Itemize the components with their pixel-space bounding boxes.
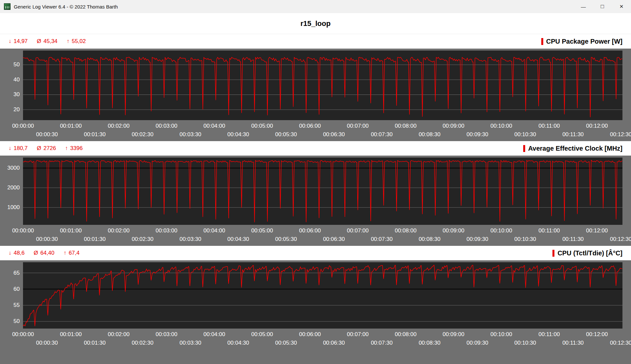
- x-axis-label: 00:03:00: [156, 227, 177, 234]
- x-axis-label: 00:00:00: [12, 227, 34, 234]
- x-axis-label: 00:00:00: [12, 331, 34, 338]
- x-axis-label: 00:06:30: [323, 340, 345, 346]
- chart-canvas-cpu-package-power[interactable]: 2030405000:00:0000:01:0000:02:0000:03:00…: [0, 49, 631, 141]
- x-axis-label: 00:04:30: [227, 236, 249, 243]
- x-axis-label: 00:07:30: [371, 131, 392, 138]
- x-axis-label: 00:09:30: [467, 340, 488, 346]
- chart-title: CPU (Tctl/Tdie) [Â°C]: [552, 249, 622, 257]
- minimize-button[interactable]: —: [574, 0, 593, 13]
- minimize-icon: —: [581, 4, 586, 10]
- stat-avg-value: 45,34: [43, 38, 58, 45]
- x-axis-label: 00:11:30: [562, 236, 584, 243]
- plot-area[interactable]: [23, 262, 622, 329]
- x-axis-label: 00:11:30: [562, 340, 584, 346]
- x-axis-label: 00:01:30: [84, 340, 105, 346]
- stat-min-value: 48,6: [14, 250, 25, 256]
- x-axis-label: 00:05:30: [275, 340, 297, 346]
- max-arrow-icon: ↑: [63, 250, 66, 256]
- stat-avg: Ø 2726: [37, 145, 56, 152]
- chart-title-text: CPU Package Power [W]: [546, 38, 622, 45]
- stat-max: ↑ 55,02: [67, 38, 86, 45]
- x-axis-label: 00:09:00: [443, 227, 464, 234]
- x-axis-label: 00:08:00: [395, 331, 416, 338]
- x-axis-label: 00:04:00: [203, 123, 225, 129]
- series-color-marker: [523, 145, 525, 152]
- x-axis-label: 00:06:00: [299, 331, 321, 338]
- x-axis: 00:00:0000:01:0000:02:0000:03:0000:04:00…: [23, 227, 622, 245]
- x-axis-label: 00:10:00: [490, 331, 512, 338]
- chart-canvas-effective-clock[interactable]: 10002000300000:00:0000:01:0000:02:0000:0…: [0, 156, 631, 246]
- x-axis-label: 00:01:30: [84, 131, 105, 138]
- x-axis-label: 00:03:30: [179, 236, 201, 243]
- plot-area[interactable]: [23, 51, 622, 120]
- min-arrow-icon: ↓: [9, 38, 12, 45]
- stat-avg: Ø 64,40: [34, 250, 55, 256]
- x-axis-label: 00:12:00: [586, 227, 608, 234]
- stats-row: ↓ 14,97 Ø 45,34 ↑ 55,02 CPU Package Powe…: [0, 34, 631, 49]
- chart-section-effective-clock: ↓ 180,7 Ø 2726 ↑ 3396 Average Effective …: [0, 141, 631, 246]
- series-color-marker: [552, 250, 554, 257]
- stat-max-value: 55,02: [72, 38, 86, 45]
- chart-canvas-cpu-temperature[interactable]: 5055606500:00:0000:01:0000:02:0000:03:00…: [0, 260, 631, 364]
- close-icon: ✕: [619, 4, 624, 10]
- stat-max-value: 67,4: [69, 250, 80, 256]
- stat-max: ↑ 67,4: [63, 250, 80, 256]
- log-title-band: r15_loop: [0, 13, 631, 34]
- page-title: r15_loop: [300, 19, 331, 28]
- x-axis-label: 00:04:30: [227, 340, 249, 346]
- stat-min-value: 180,7: [14, 145, 28, 152]
- x-axis-label: 00:03:00: [156, 331, 177, 338]
- average-icon: Ø: [37, 38, 41, 45]
- max-arrow-icon: ↑: [67, 38, 70, 45]
- x-axis-label: 00:10:30: [514, 236, 536, 243]
- x-axis-label: 00:00:30: [36, 131, 58, 138]
- x-axis-label: 00:09:30: [467, 236, 488, 243]
- x-axis-label: 00:02:30: [132, 131, 153, 138]
- y-axis-label: 60: [0, 286, 20, 292]
- title-bar: Generic Log Viewer 6.4 - © 2022 Thomas B…: [0, 0, 631, 13]
- x-axis-label: 00:03:30: [179, 340, 201, 346]
- min-arrow-icon: ↓: [9, 250, 12, 256]
- x-axis-label: 00:08:30: [419, 340, 440, 346]
- x-axis-label: 00:02:30: [132, 236, 153, 243]
- chart-title: Average Effective Clock [MHz]: [523, 145, 622, 152]
- stat-min: ↓ 48,6: [9, 250, 25, 256]
- window-title: Generic Log Viewer 6.4 - © 2022 Thomas B…: [14, 4, 118, 10]
- stat-max-value: 3396: [70, 145, 83, 152]
- x-axis-label: 00:12:00: [586, 123, 608, 129]
- x-axis-label: 00:04:30: [227, 131, 249, 138]
- y-axis-label: 30: [0, 91, 20, 98]
- y-axis-label: 50: [0, 61, 20, 68]
- maximize-icon: □: [601, 3, 604, 10]
- x-axis-label: 00:02:00: [108, 123, 129, 129]
- stat-avg-value: 64,40: [40, 250, 55, 256]
- x-axis-label: 00:12:30: [610, 131, 631, 138]
- x-axis-label: 00:01:00: [60, 123, 82, 129]
- maximize-button[interactable]: □: [593, 0, 612, 13]
- stat-avg: Ø 45,34: [37, 38, 58, 45]
- stat-avg-value: 2726: [43, 145, 56, 152]
- x-axis-label: 00:11:00: [538, 331, 560, 338]
- close-button[interactable]: ✕: [612, 0, 631, 13]
- x-axis-label: 00:07:30: [371, 236, 392, 243]
- x-axis-label: 00:08:00: [395, 227, 416, 234]
- chart-title-text: CPU (Tctl/Tdie) [Â°C]: [557, 249, 622, 257]
- y-axis-label: 3000: [0, 165, 20, 171]
- stat-min: ↓ 14,97: [9, 38, 28, 45]
- x-axis-label: 00:07:00: [347, 331, 369, 338]
- app-icon: [4, 3, 11, 10]
- x-axis-label: 00:10:30: [514, 340, 536, 346]
- chart-section-cpu-package-power: ↓ 14,97 Ø 45,34 ↑ 55,02 CPU Package Powe…: [0, 34, 631, 141]
- plot-area[interactable]: [23, 158, 622, 225]
- x-axis-label: 00:05:00: [251, 227, 273, 234]
- stats-row: ↓ 180,7 Ø 2726 ↑ 3396 Average Effective …: [0, 141, 631, 156]
- y-axis-label: 65: [0, 270, 20, 276]
- x-axis-label: 00:09:00: [443, 123, 464, 129]
- stat-min-value: 14,97: [14, 38, 28, 45]
- x-axis-label: 00:07:30: [371, 340, 392, 346]
- min-arrow-icon: ↓: [9, 145, 12, 152]
- average-icon: Ø: [34, 250, 38, 256]
- x-axis-label: 00:00:00: [12, 123, 34, 129]
- x-axis-label: 00:06:00: [299, 123, 321, 129]
- x-axis-label: 00:06:30: [323, 131, 345, 138]
